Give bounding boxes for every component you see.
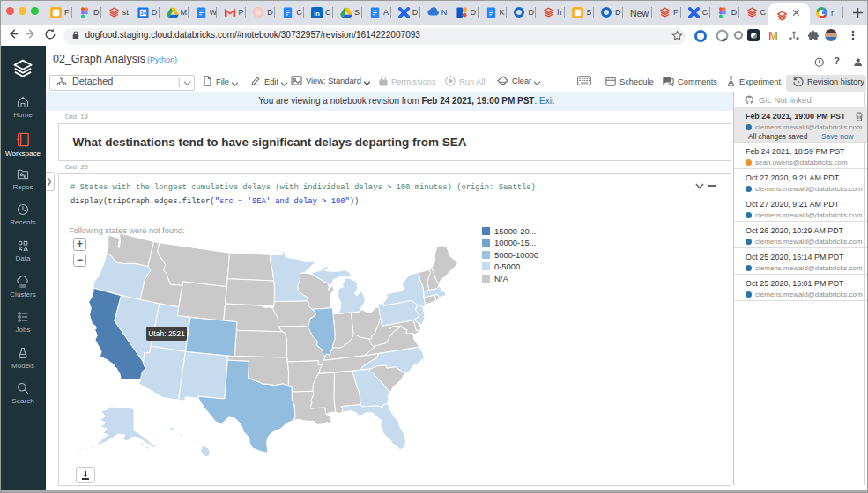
svg-text:24: 24 [140, 10, 146, 15]
svg-text:in: in [314, 9, 320, 17]
